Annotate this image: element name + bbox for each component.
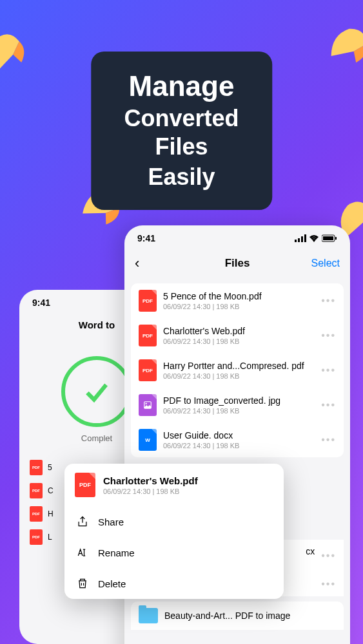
svg-point-8: [146, 403, 147, 404]
back-button[interactable]: ‹: [135, 255, 139, 272]
file-row[interactable]: PDF 5 Pence of the Moon.pdf 06/09/22 14:…: [131, 283, 344, 318]
file-row[interactable]: PDF Harry Portter and...Compresed. pdf 0…: [131, 353, 344, 388]
more-button[interactable]: •••: [321, 550, 336, 562]
rename-label: Rename: [98, 547, 135, 558]
hero-line-1: Manage: [123, 71, 240, 102]
file-meta: 06/09/22 14:30 | 198 KB: [163, 337, 315, 345]
svg-rect-1: [298, 238, 300, 242]
cellular-icon: [295, 234, 306, 242]
more-button[interactable]: •••: [321, 295, 336, 307]
rename-icon: [76, 546, 89, 559]
svg-rect-3: [304, 234, 306, 242]
pdf-icon: PDF: [30, 529, 43, 545]
folder-name: Beauty-and-Art... PDF to image: [164, 611, 336, 621]
svg-rect-0: [295, 240, 297, 242]
nav-bar: ‹ Files Select: [124, 249, 350, 278]
status-time: 9:41: [32, 298, 50, 308]
delete-label: Delete: [98, 578, 126, 589]
pdf-icon: PDF: [30, 483, 43, 498]
file-meta: 06/09/22 14:30 | 198 KB: [163, 303, 315, 310]
svg-rect-2: [301, 236, 303, 242]
status-bar: 9:41: [124, 225, 350, 249]
svg-rect-5: [323, 236, 333, 240]
file-meta: 06/09/22 14:30 | 198 KB: [163, 407, 315, 415]
delete-action[interactable]: Delete: [64, 568, 284, 599]
nav-title: Files: [225, 257, 250, 270]
file-row[interactable]: PDF Charlotter's Web.pdf 06/09/22 14:30 …: [131, 318, 344, 353]
file-name: 5 Pence of the Moon.pdf: [163, 291, 315, 301]
select-button[interactable]: Select: [311, 258, 340, 269]
decoration-shape: [319, 14, 363, 77]
pdf-icon: PDF: [139, 359, 157, 381]
pdf-icon: PDF: [30, 506, 43, 522]
more-button[interactable]: •••: [321, 399, 336, 411]
action-sheet: PDF Charlotter's Web.pdf 06/09/22 14:30 …: [64, 464, 284, 599]
image-icon: [139, 394, 157, 416]
sheet-header: PDF Charlotter's Web.pdf 06/09/22 14:30 …: [64, 464, 284, 506]
file-name: Charlotter's Web.pdf: [163, 326, 315, 336]
decoration-shape: [0, 19, 39, 85]
file-list: PDF 5 Pence of the Moon.pdf 06/09/22 14:…: [131, 283, 344, 457]
pdf-icon: PDF: [139, 325, 157, 346]
more-button[interactable]: •••: [321, 578, 336, 590]
file-name: PDF to Image_converted. jpg: [163, 395, 315, 406]
trash-icon: [76, 577, 89, 590]
file-name: User Guide. docx: [163, 430, 315, 440]
status-time: 9:41: [137, 233, 155, 243]
pdf-icon: PDF: [75, 473, 95, 497]
more-button[interactable]: •••: [321, 434, 336, 446]
word-icon: W: [139, 429, 157, 451]
share-label: Share: [98, 516, 124, 527]
folder-row[interactable]: Beauty-and-Art... PDF to image: [131, 601, 344, 630]
sheet-file-name: Charlotter's Web.pdf: [103, 475, 198, 486]
sheet-file-meta: 06/09/22 14:30 | 198 KB: [103, 488, 198, 495]
battery-icon: [322, 234, 337, 242]
file-meta: 06/09/22 14:30 | 198 KB: [163, 442, 315, 450]
file-name: Harry Portter and...Compresed. pdf: [163, 361, 315, 371]
file-row[interactable]: W User Guide. docx 06/09/22 14:30 | 198 …: [131, 422, 344, 457]
rename-action[interactable]: Rename: [64, 537, 284, 568]
file-row[interactable]: PDF to Image_converted. jpg 06/09/22 14:…: [131, 388, 344, 422]
status-icons: [295, 234, 337, 242]
wifi-icon: [309, 234, 319, 242]
hero-card: Manage Converted Files Easily: [91, 52, 273, 210]
hero-line-2: Converted Files: [123, 104, 240, 160]
more-button[interactable]: •••: [321, 365, 336, 376]
svg-rect-6: [335, 237, 337, 240]
share-icon: [76, 515, 89, 528]
progress-complete-icon: [61, 356, 132, 427]
folder-icon: [139, 608, 158, 623]
hero-line-3: Easily: [123, 163, 240, 191]
pdf-icon: PDF: [30, 460, 43, 475]
pdf-icon: PDF: [139, 290, 157, 312]
more-button[interactable]: •••: [321, 330, 336, 341]
share-action[interactable]: Share: [64, 506, 284, 537]
file-meta: 06/09/22 14:30 | 198 KB: [163, 372, 315, 380]
